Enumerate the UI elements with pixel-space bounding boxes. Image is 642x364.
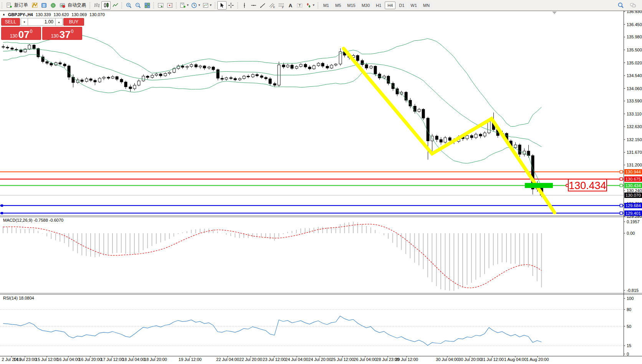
rsi-panel[interactable]	[0, 310, 624, 346]
new-order-button[interactable]	[4, 1, 13, 10]
chart-shift-button[interactable]	[165, 1, 174, 10]
symbol-title: GBPJPY-,H4	[8, 12, 33, 17]
timeframe-m5[interactable]: M5	[333, 2, 344, 9]
crosshair-icon	[228, 2, 234, 8]
macd-panel[interactable]	[3, 222, 541, 291]
svg-text:T: T	[299, 3, 301, 7]
template-icon	[202, 2, 209, 8]
cursor-button[interactable]	[217, 1, 227, 10]
svg-text:E: E	[273, 5, 275, 8]
level-handle[interactable]	[620, 204, 623, 207]
svg-text:129.401: 129.401	[625, 211, 641, 216]
price-axis[interactable]: 136.930136.450135.980135.500135.020134.5…	[624, 9, 642, 219]
level-handle[interactable]	[620, 171, 623, 173]
timeframe-w1[interactable]: W1	[408, 2, 420, 9]
chevron-down-icon[interactable]: ▼	[198, 3, 201, 7]
text-label-button[interactable]: T	[295, 1, 304, 10]
svg-text:15 Jul 12:00: 15 Jul 12:00	[35, 357, 58, 362]
volume-down-button[interactable]: ▼	[21, 18, 28, 26]
vertical-line-button[interactable]	[240, 1, 249, 10]
trendline-button[interactable]	[258, 1, 268, 10]
buy-price-button[interactable]: 130 37 0	[42, 27, 82, 40]
sell-button[interactable]: SELL	[1, 18, 20, 26]
auto-scroll-button[interactable]	[156, 1, 165, 10]
chevron-down-icon[interactable]: ▼	[186, 3, 189, 7]
zoom-in-button[interactable]	[124, 1, 133, 10]
svg-text:0: 0	[627, 352, 629, 356]
chevron-down-icon[interactable]: ▼	[209, 3, 212, 7]
timeframe-h4[interactable]: H4	[385, 2, 395, 9]
text-button[interactable]: A	[286, 1, 295, 10]
tile-icon	[144, 2, 151, 8]
crosshair-button[interactable]	[227, 1, 236, 10]
buy-button[interactable]: BUY	[63, 18, 84, 26]
search-button[interactable]	[616, 1, 625, 10]
chat-button[interactable]	[628, 1, 637, 10]
svg-text:130.240: 130.240	[627, 188, 642, 193]
line-chart-button[interactable]	[111, 1, 120, 10]
auto-trading-button[interactable]	[58, 1, 67, 10]
price-callout-130434[interactable]: 130.434	[566, 179, 607, 191]
volume-input[interactable]	[28, 18, 55, 26]
level-handle[interactable]	[620, 212, 623, 214]
hline-icon	[250, 2, 257, 8]
svg-text:1 Aug 20:00: 1 Aug 20:00	[526, 357, 549, 362]
new-order-icon	[6, 2, 12, 8]
new-order-label[interactable]: 新订单	[14, 2, 28, 8]
toolbar-grip	[237, 2, 238, 9]
profiles-button[interactable]	[39, 1, 48, 10]
svg-text:29 Jul 12:00: 29 Jul 12:00	[395, 357, 418, 362]
green-highlight-box[interactable]	[525, 183, 553, 188]
level-handle[interactable]	[1, 204, 3, 207]
time-axis[interactable]: 2 Jul 201914 Jul 23:0015 Jul 12:0016 Jul…	[2, 356, 549, 362]
timeframe-m30[interactable]: M30	[359, 2, 372, 9]
level-handle[interactable]	[1, 212, 3, 214]
bollinger-bands	[3, 35, 541, 186]
level-handle[interactable]	[620, 184, 623, 187]
svg-text:135.020: 135.020	[627, 61, 642, 65]
zoom-out-button[interactable]	[133, 1, 142, 10]
tile-windows-button[interactable]	[142, 1, 152, 10]
timeframe-h1[interactable]: H1	[373, 2, 384, 9]
bar-chart-button[interactable]	[92, 1, 101, 10]
market-watch-button[interactable]	[48, 1, 58, 10]
signal-icon	[50, 2, 56, 8]
chart-canvas[interactable]: 130.434136.930136.450135.980135.500135.0…	[0, 0, 642, 364]
auto-trading-label[interactable]: 自动交易	[68, 2, 86, 8]
svg-text:131.200: 131.200	[627, 163, 642, 167]
templates-button[interactable]: ▼	[202, 1, 213, 10]
timeframe-m15[interactable]: M15	[344, 2, 358, 9]
symbol-ohlc-bar: ▲ GBPJPY-,H4 130.339 130.620 130.069 130…	[2, 12, 105, 17]
timeframe-m1[interactable]: M1	[321, 2, 332, 9]
sell-price-figure: 130	[10, 34, 18, 38]
fibonacci-button[interactable]: F	[277, 1, 286, 10]
volume-up-button[interactable]: ▲	[55, 18, 63, 26]
sell-price-pips: 07	[18, 31, 30, 38]
timeframe-mn[interactable]: MN	[420, 2, 432, 9]
sell-price-button[interactable]: 130 07 0	[1, 27, 41, 40]
timeframe-d1[interactable]: D1	[396, 2, 407, 9]
svg-text:-0.815: -0.815	[627, 288, 639, 293]
indicators-button[interactable]: ▼	[179, 1, 190, 10]
equidistant-channel-button[interactable]: E	[268, 1, 277, 10]
periods-button[interactable]: ▼	[190, 1, 202, 10]
chat-icon	[630, 2, 636, 8]
svg-text:131.670: 131.670	[627, 150, 642, 155]
candles-icon	[103, 2, 109, 8]
main-chart-panel[interactable]	[0, 35, 624, 214]
svg-text:30 Jul 04:00: 30 Jul 04:00	[436, 357, 459, 362]
ohlc-high: 130.620	[54, 12, 69, 17]
auto-trading-icon	[59, 2, 66, 8]
auto-scroll-icon	[157, 2, 164, 8]
profiles-icon	[41, 2, 47, 8]
chart-window-button[interactable]	[30, 1, 39, 10]
ohlc-open: 130.339	[36, 12, 51, 17]
horizontal-line-button[interactable]	[249, 1, 258, 10]
level-handle[interactable]	[620, 178, 623, 180]
panel-collapse-icon[interactable]: ▲	[2, 13, 5, 16]
arrows-button[interactable]: ▼	[304, 1, 316, 10]
candlestick-chart-button[interactable]	[101, 1, 111, 10]
svg-text:26 Jul 04:00: 26 Jul 04:00	[354, 357, 377, 362]
chevron-down-icon[interactable]: ▼	[312, 3, 315, 7]
toolbar-grip	[153, 2, 154, 9]
